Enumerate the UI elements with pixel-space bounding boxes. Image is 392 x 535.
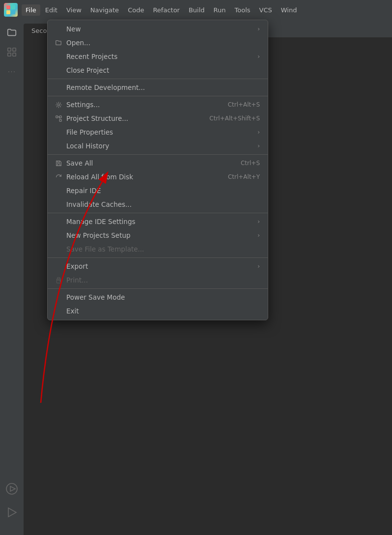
local-history-arrow-icon: › [257,142,260,149]
menu-item-save-template-label: Save File as Template... [66,245,260,253]
file-properties-arrow-icon: › [257,129,260,136]
menu-item-print-label: Print... [66,276,260,284]
sidebar-icon-more[interactable]: ··· [3,63,21,81]
app-logo [4,3,18,17]
project-structure-icon [54,115,63,122]
menu-item-reload-label: Reload All from Disk [66,173,212,181]
sidebar-icon-components[interactable] [3,43,21,61]
menu-item-remote-label: Remote Development... [66,84,260,91]
menu-item-invalidate-caches[interactable]: Invalidate Caches... [48,197,268,211]
menu-item-repair-ide[interactable]: Repair IDE [48,184,268,197]
separator-6 [48,288,268,289]
separator-2 [48,96,268,96]
menu-build[interactable]: Build [185,4,209,16]
file-menu: New › Open... Recent Projects [47,20,268,320]
menu-item-print[interactable]: Print... [48,273,268,287]
menu-item-remote-dev[interactable]: Remote Development... [48,81,268,94]
svg-rect-1 [11,5,15,9]
svg-rect-3 [11,10,15,14]
menu-item-new[interactable]: New › [48,22,268,36]
separator-5 [48,257,268,258]
export-arrow-icon: › [257,263,260,270]
svg-marker-9 [10,486,15,491]
menu-item-recent-projects[interactable]: Recent Projects › [48,50,268,63]
menu-item-new-projects-label: New Projects Setup [66,231,253,239]
menu-edit[interactable]: Edit [41,4,61,16]
menu-item-project-structure-label: Project Structure... [66,114,194,122]
menu-item-open-label: Open... [66,39,260,47]
settings-icon [54,102,63,108]
menu-item-save-all-label: Save All [66,159,225,167]
menu-items: File Edit View Navigate Code Refactor Bu… [22,4,301,16]
menu-navigate[interactable]: Navigate [86,4,123,16]
recent-arrow-icon: › [257,53,260,60]
print-icon [54,277,63,283]
svg-rect-4 [8,48,11,51]
new-arrow-icon: › [257,26,260,32]
menu-item-new-label: New [66,25,253,33]
separator-4 [48,213,268,213]
menu-item-power-save[interactable]: Power Save Mode [48,290,268,304]
svg-rect-2 [6,10,10,14]
menu-item-close-label: Close Project [66,66,260,74]
svg-rect-14 [59,119,61,121]
separator-3 [48,154,268,155]
svg-marker-10 [8,508,16,517]
separator-1 [48,79,268,79]
svg-rect-5 [13,48,16,51]
menu-refactor[interactable]: Refactor [149,4,184,16]
menu-item-recent-label: Recent Projects [66,53,253,60]
menu-item-manage-ide[interactable]: Manage IDE Settings › [48,215,268,228]
main-layout: ··· Second [0,20,392,535]
reload-icon [54,174,63,180]
menu-view[interactable]: View [62,4,85,16]
manage-ide-arrow-icon: › [257,218,260,225]
run-outline-icon[interactable] [3,480,21,498]
menu-item-save-all[interactable]: Save All Ctrl+S [48,156,268,170]
save-all-shortcut: Ctrl+S [241,160,260,167]
menu-vcs[interactable]: VCS [255,4,276,16]
left-sidebar: ··· [0,20,24,535]
svg-rect-15 [57,164,60,166]
menu-file[interactable]: File [22,4,40,16]
menu-item-export[interactable]: Export › [48,259,268,273]
menu-item-reload-all[interactable]: Reload All from Disk Ctrl+Alt+Y [48,170,268,184]
menu-item-manage-ide-label: Manage IDE Settings [66,218,253,225]
menu-item-export-label: Export [66,262,253,270]
file-dropdown: New › Open... Recent Projects [47,20,268,320]
menu-item-close-project[interactable]: Close Project [48,63,268,77]
svg-point-19 [59,281,60,282]
menu-item-save-template[interactable]: Save File as Template... [48,242,268,256]
menu-bar: File Edit View Navigate Code Refactor Bu… [0,0,392,20]
menu-item-settings[interactable]: Settings... Ctrl+Alt+S [48,98,268,112]
menu-item-power-save-label: Power Save Mode [66,293,260,301]
run-solid-icon[interactable] [3,504,21,521]
menu-item-repair-label: Repair IDE [66,187,260,195]
menu-item-new-projects-setup[interactable]: New Projects Setup › [48,228,268,242]
menu-item-local-history[interactable]: Local History › [48,139,268,153]
settings-shortcut: Ctrl+Alt+S [228,101,260,108]
menu-item-exit[interactable]: Exit [48,304,268,318]
menu-tools[interactable]: Tools [231,4,254,16]
content-area: Second New › Open... [24,20,392,535]
menu-item-settings-label: Settings... [66,101,212,109]
menu-item-file-properties-label: File Properties [66,128,253,136]
menu-item-invalidate-label: Invalidate Caches... [66,200,260,208]
svg-rect-16 [57,161,59,162]
new-projects-arrow-icon: › [257,232,260,239]
reload-shortcut: Ctrl+Alt+Y [228,173,260,180]
open-icon [54,39,63,46]
menu-item-file-properties[interactable]: File Properties › [48,125,268,139]
menu-code[interactable]: Code [124,4,148,16]
svg-point-11 [57,104,59,106]
menu-item-open[interactable]: Open... [48,36,268,50]
project-structure-shortcut: Ctrl+Alt+Shift+S [209,115,260,122]
svg-rect-0 [6,5,10,9]
svg-rect-7 [13,53,16,56]
svg-rect-6 [8,53,11,56]
menu-item-project-structure[interactable]: Project Structure... Ctrl+Alt+Shift+S [48,112,268,125]
save-all-icon [54,160,63,167]
sidebar-icon-folder[interactable] [3,24,21,41]
menu-run[interactable]: Run [210,4,230,16]
menu-window[interactable]: Wind [277,4,301,16]
